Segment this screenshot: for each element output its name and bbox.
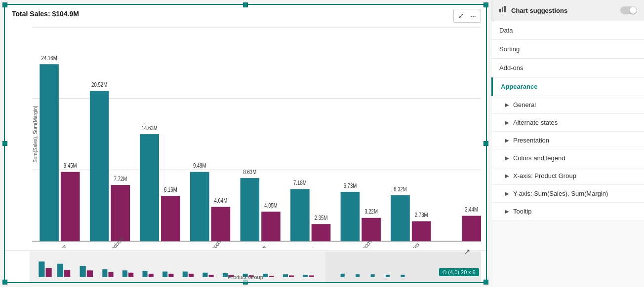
svg-rect-69: [502, 7, 503, 12]
handle-top-left[interactable]: [2, 2, 7, 7]
bar-snacks-margin[interactable]: [261, 212, 281, 241]
svg-text:6.32M: 6.32M: [394, 185, 407, 192]
y-axis-label: Sum(Sales), Sum(Margin): [33, 106, 38, 163]
bar-produce-margin[interactable]: [61, 172, 80, 241]
accordion-general-arrow: ▶: [505, 102, 509, 108]
bar-baking-margin[interactable]: [362, 218, 381, 241]
svg-text:2.35M: 2.35M: [315, 215, 328, 221]
svg-rect-70: [504, 6, 506, 12]
bar-last-margin[interactable]: [462, 216, 481, 241]
accordion-alt-states[interactable]: ▶ Alternate states: [491, 114, 644, 132]
accordion-alt-states-arrow: ▶: [505, 120, 509, 125]
chart-container: ⤢ ··· Total Sales: $104.9M Sum(Sales), S…: [4, 4, 487, 283]
accordion-general-label: General: [513, 101, 536, 108]
bar-beverages-margin[interactable]: [412, 221, 431, 241]
accordion-colors-legend[interactable]: ▶ Colors and legend: [491, 149, 644, 167]
svg-text:9.45M: 9.45M: [64, 162, 77, 169]
svg-rect-49: [189, 274, 194, 277]
svg-rect-48: [183, 272, 188, 277]
accordion-x-axis-label: X-axis: Product Group: [513, 172, 576, 179]
accordion-presentation-arrow: ▶: [505, 138, 509, 143]
svg-rect-45: [149, 274, 154, 277]
bar-chart-svg: 30M 20M 10M 0 24.16M 9.45M Produce 20.52…: [30, 22, 481, 248]
svg-rect-51: [209, 275, 214, 277]
x-axis-label: Product Group: [228, 274, 263, 280]
svg-text:Beverages: Beverages: [400, 241, 420, 248]
nav-sorting-label: Sorting: [499, 45, 520, 53]
bar-canned-sales[interactable]: [90, 91, 109, 241]
accordion-general[interactable]: ▶ General: [491, 96, 644, 114]
bar-produce-sales[interactable]: [40, 64, 59, 241]
chart-main: Sum(Sales), Sum(Margin) 30M 20M 10M 0 24…: [5, 18, 486, 250]
svg-text:Deli: Deli: [154, 247, 163, 248]
chart-icon: [498, 5, 507, 16]
svg-text:Produce: Produce: [50, 243, 67, 248]
status-bar: © (4,0) 20 x 6: [439, 268, 479, 276]
chart-area: ⤢ ··· Total Sales: $104.9M Sum(Sales), S…: [0, 0, 491, 287]
panel-header: Chart suggestions: [491, 0, 644, 21]
svg-text:4.05M: 4.05M: [264, 202, 278, 209]
svg-rect-46: [162, 272, 167, 277]
chart-suggestions-toggle[interactable]: [620, 6, 637, 14]
svg-rect-59: [289, 275, 294, 277]
svg-rect-66: [386, 275, 390, 277]
svg-rect-38: [80, 266, 86, 277]
bar-frozen-margin[interactable]: [211, 207, 231, 242]
panel-header-left: Chart suggestions: [498, 5, 567, 16]
svg-rect-34: [39, 261, 44, 277]
svg-rect-58: [283, 274, 288, 277]
svg-rect-57: [269, 276, 274, 277]
accordion-presentation-label: Presentation: [513, 137, 549, 144]
bar-deli-sales[interactable]: [140, 134, 159, 241]
bar-dairy-margin[interactable]: [312, 224, 331, 241]
nav-item-addons[interactable]: Add-ons: [491, 59, 644, 77]
bar-snacks-sales[interactable]: [241, 178, 260, 241]
svg-text:14.63M: 14.63M: [142, 124, 158, 131]
chart-toolbar: ⤢ ···: [453, 9, 481, 23]
svg-text:24.16M: 24.16M: [41, 54, 57, 61]
nav-addons-label: Add-ons: [499, 64, 523, 72]
svg-text:Snacks: Snacks: [252, 244, 267, 248]
handle-top-center[interactable]: [243, 2, 248, 7]
svg-rect-67: [401, 275, 405, 277]
accordion-y-axis[interactable]: ▶ Y-axis: Sum(Sales), Sum(Margin): [491, 185, 644, 203]
svg-text:7.72M: 7.72M: [114, 175, 127, 182]
expand-button[interactable]: ⤢: [456, 11, 466, 21]
svg-text:3.22M: 3.22M: [364, 208, 378, 215]
accordion-tooltip-arrow: ▶: [505, 209, 509, 214]
handle-top-right[interactable]: [483, 2, 488, 7]
svg-rect-36: [57, 264, 63, 277]
nav-data-label: Data: [499, 27, 513, 34]
svg-rect-44: [143, 271, 148, 277]
bar-canned-margin[interactable]: [111, 185, 130, 241]
more-button[interactable]: ···: [468, 11, 478, 21]
svg-text:7.18M: 7.18M: [293, 179, 307, 186]
svg-rect-62: [325, 251, 481, 282]
bar-frozen-sales[interactable]: [190, 172, 209, 241]
bar-baking-sales[interactable]: [341, 192, 360, 241]
svg-rect-40: [102, 269, 107, 277]
svg-text:8.63M: 8.63M: [243, 168, 256, 175]
accordion-y-axis-arrow: ▶: [505, 191, 509, 196]
svg-text:9.49M: 9.49M: [193, 162, 206, 169]
nav-appearance-label: Appearance: [501, 83, 537, 90]
nav-item-appearance[interactable]: Appearance: [491, 77, 644, 96]
accordion-tooltip-label: Tooltip: [513, 208, 532, 215]
svg-text:20.52M: 20.52M: [91, 81, 107, 88]
bar-dairy-sales[interactable]: [290, 189, 310, 241]
panel-header-title: Chart suggestions: [511, 7, 567, 14]
svg-rect-61: [309, 275, 314, 277]
accordion-tooltip[interactable]: ▶ Tooltip: [491, 203, 644, 220]
svg-rect-37: [64, 270, 70, 277]
nav-item-sorting[interactable]: Sorting: [491, 40, 644, 59]
svg-rect-68: [499, 9, 501, 12]
bar-beverages-sales[interactable]: [391, 195, 410, 241]
nav-item-data[interactable]: Data: [491, 21, 644, 40]
svg-rect-56: [263, 274, 268, 277]
svg-rect-65: [371, 274, 375, 277]
bar-deli-margin[interactable]: [161, 196, 180, 241]
svg-text:Dairy: Dairy: [304, 246, 316, 248]
svg-rect-52: [223, 273, 228, 277]
accordion-presentation[interactable]: ▶ Presentation: [491, 132, 644, 149]
accordion-x-axis[interactable]: ▶ X-axis: Product Group: [491, 167, 644, 185]
